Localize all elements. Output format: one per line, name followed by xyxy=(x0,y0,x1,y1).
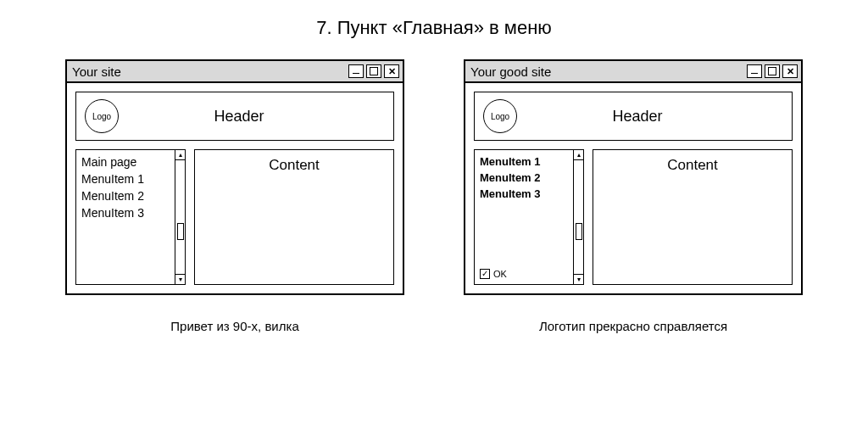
maximize-icon[interactable] xyxy=(765,64,780,78)
scroll-up-icon[interactable]: ▴ xyxy=(574,150,583,160)
content-region: Content xyxy=(593,149,793,285)
header-label: Header xyxy=(127,108,351,126)
logo-icon[interactable]: Logo xyxy=(85,99,119,133)
page-title: 7. Пункт «Главная» в меню xyxy=(34,17,834,39)
menu-item-2[interactable]: MenuItem 2 xyxy=(81,189,170,203)
sidebar-menu: MenuItem 1 MenuItem 2 MenuItem 3 ✓ OK ▴ … xyxy=(474,149,584,285)
header-region: Logo Header xyxy=(75,92,394,141)
example-left: Your site Logo Header Main page Menu xyxy=(65,59,404,333)
ok-label: OK xyxy=(493,269,507,279)
titlebar: Your site xyxy=(67,61,403,83)
titlebar: Your good site xyxy=(465,61,801,83)
menu-item-3[interactable]: MenuItem 3 xyxy=(81,206,170,220)
scroll-thumb[interactable] xyxy=(177,223,184,240)
scroll-up-icon[interactable]: ▴ xyxy=(175,150,185,160)
menu-item-2[interactable]: MenuItem 2 xyxy=(480,171,568,184)
window-right: Your good site Logo Header MenuItem 1 xyxy=(464,59,803,295)
menu-item-main[interactable]: Main page xyxy=(81,155,170,169)
caption-left: Привет из 90-х, вилка xyxy=(170,319,298,333)
menu-item-3[interactable]: MenuItem 3 xyxy=(480,187,568,200)
window-title-text: Your good site xyxy=(469,64,551,79)
menu-item-1[interactable]: MenuItem 1 xyxy=(81,172,170,186)
window-controls xyxy=(747,64,798,78)
checkbox-icon: ✓ xyxy=(480,269,490,279)
window-controls xyxy=(348,64,399,78)
content-region: Content xyxy=(194,149,394,285)
example-right: Your good site Logo Header MenuItem 1 xyxy=(464,59,803,333)
close-icon[interactable] xyxy=(782,64,798,78)
caption-right: Логотип прекрасно справляется xyxy=(539,319,727,333)
minimize-icon[interactable] xyxy=(348,64,364,78)
window-left: Your site Logo Header Main page Menu xyxy=(65,59,404,295)
scroll-down-icon[interactable]: ▾ xyxy=(574,274,583,284)
logo-icon[interactable]: Logo xyxy=(483,99,517,133)
ok-indicator: ✓ OK xyxy=(480,269,568,279)
scroll-thumb[interactable] xyxy=(576,223,582,240)
window-title-text: Your site xyxy=(70,64,121,79)
header-region: Logo Header xyxy=(474,92,793,141)
maximize-icon[interactable] xyxy=(366,64,381,78)
close-icon[interactable] xyxy=(384,64,399,78)
sidebar-menu: Main page MenuItem 1 MenuItem 2 MenuItem… xyxy=(75,149,186,285)
header-label: Header xyxy=(526,108,749,126)
menu-item-1[interactable]: MenuItem 1 xyxy=(480,155,568,168)
scroll-down-icon[interactable]: ▾ xyxy=(175,274,185,284)
minimize-icon[interactable] xyxy=(747,64,762,78)
scrollbar[interactable]: ▴ ▾ xyxy=(175,150,185,284)
scrollbar[interactable]: ▴ ▾ xyxy=(573,150,583,284)
